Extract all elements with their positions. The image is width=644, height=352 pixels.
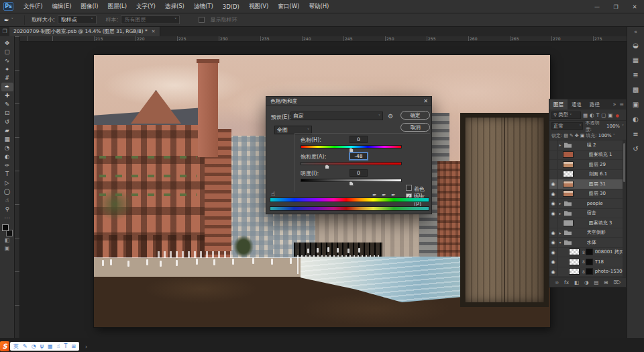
layer-row[interactable]: ◉ ▸ 8 天空倒影 — [549, 228, 626, 238]
dock-gradients-panel-icon[interactable]: ≣ — [630, 69, 642, 81]
layer-visibility-toggle[interactable]: ◉ — [549, 257, 557, 267]
layer-visibility-toggle[interactable]: ◉ — [549, 238, 557, 247]
new-layer-button[interactable]: ⊞ — [604, 279, 608, 285]
clone-stamp-tool-icon[interactable]: ⊡ — [1, 109, 13, 118]
blend-mode-select[interactable]: 正常 ˅ — [551, 122, 583, 130]
layer-row[interactable]: ◉ ▸ 8 宿舍 — [549, 209, 626, 219]
sample-select[interactable]: 所有图层 ˅ — [121, 15, 180, 24]
close-button[interactable]: ✕ — [625, 4, 644, 10]
ok-button[interactable]: 确定 — [400, 111, 430, 120]
dock-adjustments-panel-icon[interactable]: ◐ — [630, 114, 642, 126]
gradient-tool-icon[interactable]: ▦ — [1, 135, 13, 144]
menu-3d[interactable]: 3D(D) — [218, 3, 244, 10]
layer-row[interactable]: ◉ 8 图案填充 1 — [549, 150, 626, 161]
layer-visibility-toggle[interactable]: ◉ — [549, 199, 557, 208]
dodge-tool-icon[interactable]: ◐ — [1, 152, 13, 161]
move-tool-icon[interactable]: ✥ — [1, 39, 13, 48]
path-selection-tool-icon[interactable]: ▷ — [1, 179, 13, 187]
menu-window[interactable]: 窗口(W) — [273, 3, 304, 11]
close-tab-icon[interactable]: ✕ — [152, 29, 156, 34]
brush-tool-icon[interactable]: ✎ — [1, 100, 13, 109]
dock-collapse-icon[interactable]: « — [634, 29, 637, 37]
opacity-value[interactable]: 100% — [606, 124, 620, 129]
tab-channels[interactable]: 通道 — [568, 99, 586, 109]
foreground-color-swatch[interactable] — [2, 224, 9, 231]
layer-visibility-toggle[interactable]: ◉ — [549, 150, 557, 160]
pen-tool-icon[interactable]: ✑ — [1, 161, 13, 170]
menu-image[interactable]: 图像(I) — [76, 3, 103, 11]
panel-collapse-icon[interactable]: » — [612, 99, 616, 109]
history-brush-tool-icon[interactable]: ↺ — [1, 118, 13, 126]
slider-track[interactable] — [301, 162, 402, 165]
link-layers-button[interactable]: ∞ — [555, 279, 559, 285]
slider-value-field[interactable]: -48 — [350, 152, 368, 160]
layer-visibility-toggle[interactable]: ◉ — [549, 228, 557, 238]
close-icon[interactable]: ✕ — [423, 97, 428, 106]
add-mask-button[interactable]: ◧ — [574, 279, 579, 285]
slider-thumb[interactable] — [325, 165, 329, 169]
layer-visibility-toggle[interactable]: ◉ — [549, 179, 557, 189]
layer-row[interactable]: ◉ 8 剖面 6.1 — [549, 170, 626, 180]
minimize-button[interactable]: — — [588, 4, 606, 10]
sample-size-select[interactable]: 取样点 ˅ — [58, 15, 97, 24]
filter-shape-layers-icon[interactable]: ▢ — [601, 112, 606, 118]
slider-value-field[interactable]: 0 — [350, 136, 368, 143]
color-swatches[interactable] — [2, 224, 13, 236]
fill-value[interactable]: 100% — [598, 133, 612, 138]
sogou-mic-icon[interactable]: ψ — [40, 342, 44, 351]
restore-button[interactable]: ❐ — [606, 4, 625, 10]
blur-tool-icon[interactable]: ◔ — [1, 144, 13, 152]
sogou-logo-icon[interactable]: S — [0, 341, 9, 351]
dialog-title[interactable]: 色相/饱和度 — [266, 97, 431, 106]
sogou-toolbox-icon[interactable]: ⊞ — [71, 342, 76, 351]
layer-visibility-toggle[interactable]: ◉ — [549, 248, 557, 257]
menu-select[interactable]: 选择(S) — [160, 3, 189, 11]
layer-visibility-toggle[interactable]: ◉ — [549, 160, 557, 169]
slider-track[interactable] — [301, 145, 402, 148]
lock-position-icon[interactable]: ✥ — [575, 133, 579, 138]
layer-row[interactable]: ◉ 8 T18 — [549, 257, 626, 267]
layer-row[interactable]: ◉ 8 图层 31 — [549, 179, 626, 189]
cancel-button[interactable]: 取消 — [400, 123, 430, 132]
layers-scrollbar[interactable] — [623, 140, 626, 277]
on-image-adjust-icon[interactable]: ☝ — [271, 190, 275, 197]
crop-tool-icon[interactable]: # — [1, 74, 13, 83]
quick-mask-icon[interactable]: ◧ — [1, 236, 13, 245]
layer-row[interactable]: ◉ 8 photo-15300… — [549, 267, 626, 277]
layer-row[interactable]: ◉ 8 图案填充 3 — [549, 218, 626, 228]
layer-row[interactable]: ◉ 8 图层 29 — [549, 160, 626, 170]
lock-pixels-icon[interactable]: ✎ — [570, 133, 574, 138]
quick-selection-tool-icon[interactable]: ✦ — [1, 65, 13, 74]
sogou-emoji-icon[interactable]: ◔ — [32, 342, 36, 351]
layer-visibility-toggle[interactable]: ◉ — [549, 218, 557, 228]
menu-view[interactable]: 视图(V) — [244, 3, 273, 11]
colorize-checkbox[interactable] — [406, 185, 412, 191]
eraser-tool-icon[interactable]: ▰ — [1, 126, 13, 135]
group-expander-icon[interactable]: ▸ — [557, 211, 563, 216]
type-tool-icon[interactable]: T — [1, 170, 13, 179]
shape-tool-icon[interactable]: ◯ — [1, 187, 13, 196]
dock-properties-panel-icon[interactable]: ≡ — [630, 128, 642, 140]
slider-thumb[interactable] — [349, 181, 354, 186]
tab-paths[interactable]: 路径 — [586, 99, 604, 109]
chevron-down-icon[interactable]: ˅ — [11, 17, 14, 23]
layer-row[interactable]: ◉ ▸ 8 people — [549, 199, 626, 209]
dock-history-panel-icon[interactable]: ↺ — [630, 143, 642, 155]
lock-transparency-icon[interactable]: ▨ — [564, 133, 568, 138]
layer-search-select[interactable]: ⚲ 类型 ˅ — [551, 112, 581, 119]
panel-menu-icon[interactable]: ≡ — [619, 99, 624, 109]
healing-brush-tool-icon[interactable]: ✚ — [1, 91, 13, 100]
new-group-button[interactable]: ▤ — [594, 279, 598, 285]
layer-visibility-toggle[interactable]: ◉ — [549, 189, 557, 199]
document-tab[interactable]: 20200709-制图小教室.psb @ 14.4% (图层 31, RGB/8… — [9, 27, 160, 36]
group-expander-icon[interactable]: ▸ — [557, 142, 563, 147]
preset-select[interactable]: 自定 ˅ — [290, 112, 383, 120]
slider-track[interactable] — [301, 179, 402, 182]
tab-layers[interactable]: 图层 — [549, 99, 568, 109]
group-expander-icon[interactable]: ▸ — [557, 230, 563, 235]
menu-edit[interactable]: 编辑(E) — [48, 3, 76, 11]
status-popup-chevron-icon[interactable]: › — [85, 344, 87, 350]
menu-type[interactable]: 文字(Y) — [131, 3, 160, 11]
eyedropper-tool-icon[interactable]: ✒ — [1, 83, 13, 91]
group-expander-icon[interactable]: ▸ — [557, 201, 563, 206]
